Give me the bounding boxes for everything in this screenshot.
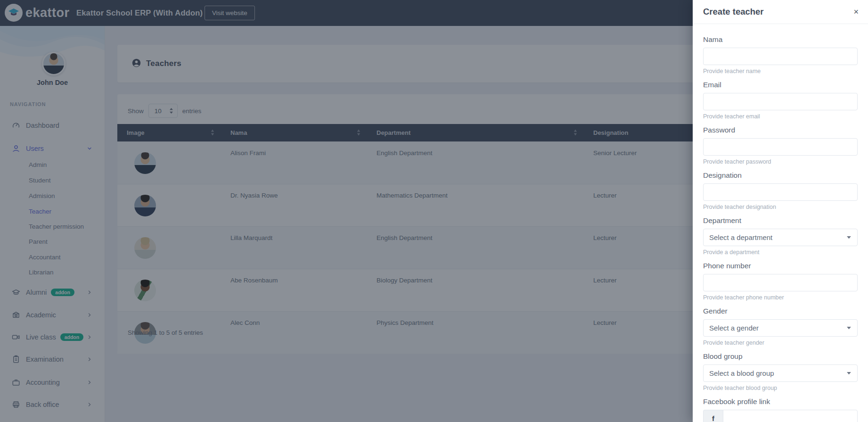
gender-select[interactable]: Select a gender bbox=[703, 319, 858, 337]
field-label: Department bbox=[703, 216, 858, 225]
field-label: Blood group bbox=[703, 352, 858, 361]
select-placeholder: Select a blood group bbox=[709, 369, 774, 377]
field-helper: Provide teacher blood group bbox=[703, 385, 858, 392]
caret-down-icon bbox=[846, 326, 852, 330]
designation-input[interactable] bbox=[703, 183, 858, 201]
facebook-icon: f bbox=[703, 410, 723, 422]
field-label: Nama bbox=[703, 35, 858, 44]
field-helper: Provide teacher password bbox=[703, 158, 858, 165]
blood-group-select[interactable]: Select a blood group bbox=[703, 364, 858, 382]
create-teacher-drawer: Create teacher × Nama Provide teacher na… bbox=[693, 0, 868, 422]
field-helper: Provide teacher designation bbox=[703, 204, 858, 211]
field-label: Phone number bbox=[703, 262, 858, 270]
field-designation: Designation Provide teacher designation bbox=[703, 171, 858, 211]
department-select[interactable]: Select a department bbox=[703, 229, 858, 246]
phone-number-input[interactable] bbox=[703, 274, 858, 291]
field-label: Password bbox=[703, 126, 858, 134]
field-phone-number: Phone number Provide teacher phone numbe… bbox=[703, 262, 858, 301]
app-root: ekattor Ekattor School ERP (With Addon) … bbox=[0, 0, 868, 422]
nama-input[interactable] bbox=[703, 48, 858, 65]
field-label: Email bbox=[703, 81, 858, 89]
password-input[interactable] bbox=[703, 138, 858, 156]
field-label: Facebook profile link bbox=[703, 397, 858, 406]
email-input[interactable] bbox=[703, 93, 858, 110]
field-label: Gender bbox=[703, 307, 858, 315]
field-helper: Provide a department bbox=[703, 249, 858, 256]
modal-backdrop[interactable] bbox=[0, 0, 693, 422]
facebook-profile-link-input[interactable] bbox=[723, 410, 858, 422]
close-icon[interactable]: × bbox=[853, 8, 859, 16]
select-placeholder: Select a department bbox=[709, 233, 772, 241]
field-helper: Provide teacher phone number bbox=[703, 294, 858, 301]
field-nama: Nama Provide teacher name bbox=[703, 35, 858, 75]
field-email: Email Provide teacher email bbox=[703, 81, 858, 120]
field-label: Designation bbox=[703, 171, 858, 180]
select-placeholder: Select a gender bbox=[709, 324, 759, 332]
field-password: Password Provide teacher password bbox=[703, 126, 858, 165]
field-department: Department Select a department Provide a… bbox=[703, 216, 858, 256]
caret-down-icon bbox=[846, 372, 852, 375]
field-helper: Provide teacher name bbox=[703, 68, 858, 75]
field-helper: Provide teacher gender bbox=[703, 339, 858, 347]
field-gender: Gender Select a gender Provide teacher g… bbox=[703, 307, 858, 347]
field-facebook-profile-link: Facebook profile link f Facebook profile… bbox=[703, 397, 858, 422]
drawer-title: Create teacher bbox=[703, 7, 764, 17]
field-helper: Provide teacher email bbox=[703, 113, 858, 120]
field-blood-group: Blood group Select a blood group Provide… bbox=[703, 352, 858, 392]
caret-down-icon bbox=[846, 236, 852, 239]
